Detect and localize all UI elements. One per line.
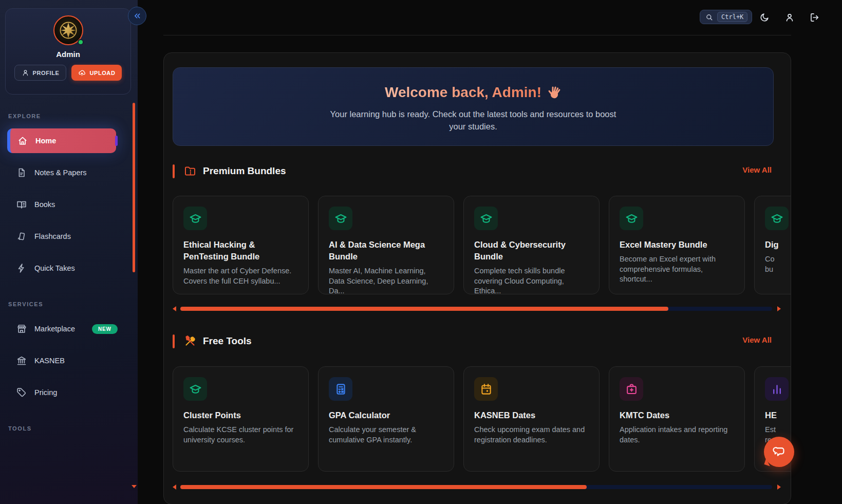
nav-section-label-explore: EXPLORE [8, 113, 138, 119]
profile-button[interactable]: PROFILE [14, 65, 67, 81]
wave-icon [548, 86, 562, 100]
free-card-kmtc-dates[interactable]: KMTC DatesApplication intakes and report… [609, 366, 745, 472]
sidebar-item-home[interactable]: Home [7, 128, 116, 153]
calculator-icon [329, 377, 352, 401]
card-title: KMTC Dates [620, 409, 734, 421]
graduation-cap-icon [183, 207, 207, 230]
section-accent-bar [173, 334, 175, 348]
chat-fab-button[interactable] [764, 437, 794, 467]
book-open-icon [16, 199, 27, 210]
nav-section-label-services: SERVICES [8, 301, 138, 307]
sidebar-nav: EXPLOREHomeNotes & PapersBooksFlashcards… [0, 106, 138, 438]
profile-name: Admin [56, 50, 80, 59]
premium-scroll-left-arrow[interactable] [173, 306, 176, 311]
logout-button[interactable] [809, 11, 821, 24]
free-scroll-right-arrow[interactable] [777, 484, 781, 490]
main-panel: Welcome back, Admin! Your learning hub i… [163, 52, 791, 504]
free-tools-header: Free Tools View All [173, 333, 783, 349]
sidebar-item-label: Flashcards [34, 232, 71, 240]
nav-section-label-tools: TOOLS [8, 425, 138, 432]
home-icon [17, 136, 28, 146]
hammer-wrench-icon [184, 335, 196, 347]
bar-chart-icon [765, 377, 789, 401]
medical-case-icon [620, 377, 643, 401]
cloud-upload-icon [78, 69, 86, 77]
sidebar-scrollbar-thumb[interactable] [133, 103, 135, 272]
profile-buttons: PROFILE UPLOAD [14, 65, 122, 81]
card-title: AI & Data Science Mega Bundle [329, 239, 443, 263]
graduation-cap-icon [183, 377, 207, 401]
graduation-cap-icon [329, 207, 352, 230]
card-title: Cluster Points [183, 409, 298, 421]
sidebar-item-kasneb[interactable]: KASNEB [7, 348, 116, 373]
header-divider [163, 35, 791, 35]
free-scrollbar-thumb[interactable] [180, 485, 587, 489]
premium-card-excel-mastery-bundle[interactable]: Excel Mastery BundleBecome an Excel expe… [609, 196, 745, 294]
sidebar-scroll-down-arrow[interactable] [132, 485, 137, 488]
folder-icon [184, 165, 196, 177]
card-description: Master AI, Machine Learning, Data Scienc… [329, 266, 443, 295]
search-button[interactable]: Ctrl+K [700, 10, 752, 24]
search-shortcut-kbd: Ctrl+K [717, 12, 747, 22]
flashcards-icon [16, 231, 27, 241]
online-status-dot [78, 39, 84, 45]
logout-icon [810, 12, 820, 23]
free-card-kasneb-dates[interactable]: KASNEB DatesCheck upcoming exam dates an… [463, 366, 600, 472]
sidebar-item-label: Marketplace [34, 325, 75, 333]
free-tools-view-all-link[interactable]: View All [742, 335, 772, 344]
premium-scroll-right-arrow[interactable] [777, 306, 781, 311]
premium-card-dig[interactable]: DigCo bu [754, 196, 791, 294]
welcome-banner: Welcome back, Admin! Your learning hub i… [173, 67, 774, 146]
sidebar-item-quick-takes[interactable]: Quick Takes [7, 256, 116, 281]
avatar [53, 15, 83, 45]
sidebar-collapse-button[interactable] [128, 7, 146, 25]
sidebar-item-label: Quick Takes [34, 264, 75, 272]
store-icon [16, 324, 27, 334]
account-button[interactable] [783, 11, 796, 24]
free-card-gpa-calculator[interactable]: GPA CalculatorCalculate your semester & … [318, 366, 454, 472]
sidebar-item-label: Notes & Papers [34, 169, 87, 177]
sidebar-item-marketplace[interactable]: MarketplaceNEW [7, 316, 116, 341]
premium-bundles-row: Ethical Hacking & PenTesting BundleMaste… [164, 196, 791, 295]
graduation-cap-icon [474, 207, 498, 230]
free-scrollbar-track[interactable] [180, 485, 772, 489]
card-title: HE [765, 409, 791, 421]
sidebar-item-notes-and-papers[interactable]: Notes & Papers [7, 160, 116, 185]
profile-card: Admin PROFILE UPLOAD [5, 8, 131, 95]
card-description: Complete tech skills bundle covering Clo… [474, 266, 589, 295]
search-icon [705, 13, 713, 21]
free-scroll-left-arrow[interactable] [173, 484, 176, 490]
card-description: Master the art of Cyber Defense. Covers … [183, 266, 298, 286]
welcome-subtitle: Your learning hub is ready. Check out th… [324, 108, 622, 133]
card-description: Co bu [765, 254, 791, 274]
active-item-notch [115, 136, 118, 146]
premium-scrollbar-track[interactable] [180, 307, 772, 311]
sidebar-item-label: KASNEB [34, 357, 65, 365]
upload-button[interactable]: UPLOAD [71, 65, 122, 81]
free-tools-row: Cluster PointsCalculate KCSE cluster poi… [164, 366, 791, 473]
premium-card-cloud-and-cybersecurity-bundle[interactable]: Cloud & Cybersecurity BundleComplete tec… [463, 196, 600, 294]
card-description: Become an Excel expert with comprehensiv… [620, 254, 734, 285]
tag-icon [16, 387, 27, 398]
section-title: Free Tools [203, 335, 252, 347]
section-accent-bar [173, 164, 175, 178]
sidebar-item-flashcards[interactable]: Flashcards [7, 224, 116, 249]
theme-toggle-button[interactable] [758, 11, 771, 24]
card-title: Cloud & Cybersecurity Bundle [474, 239, 589, 263]
sidebar-item-books[interactable]: Books [7, 192, 116, 217]
person-icon [22, 69, 29, 77]
free-card-cluster-points[interactable]: Cluster PointsCalculate KCSE cluster poi… [173, 366, 309, 472]
welcome-title: Welcome back, Admin! [173, 84, 773, 101]
compass-star-logo-icon [58, 20, 79, 41]
upload-button-label: UPLOAD [89, 70, 115, 76]
card-title: Dig [765, 239, 791, 251]
premium-view-all-link[interactable]: View All [742, 165, 772, 174]
premium-scrollbar-thumb[interactable] [180, 307, 668, 311]
profile-button-label: PROFILE [33, 70, 60, 76]
card-description: Check upcoming exam dates and registrati… [474, 425, 589, 445]
new-badge: NEW [92, 324, 118, 334]
chat-bubbles-icon [772, 445, 786, 459]
premium-card-ethical-hacking-and-pentesting-bundle[interactable]: Ethical Hacking & PenTesting BundleMaste… [173, 196, 309, 294]
premium-card-ai-and-data-science-mega-bundle[interactable]: AI & Data Science Mega BundleMaster AI, … [318, 196, 454, 294]
sidebar-item-pricing[interactable]: Pricing [7, 380, 116, 405]
